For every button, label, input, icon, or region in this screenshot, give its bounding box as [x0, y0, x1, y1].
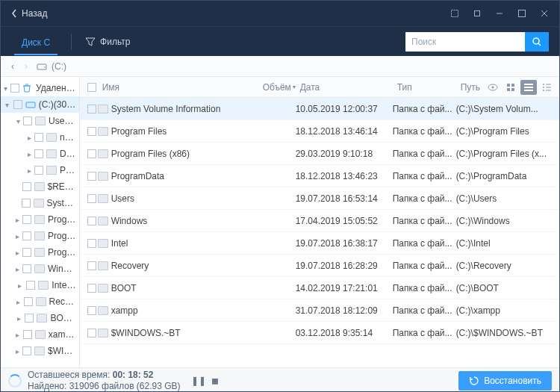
window-settings-button[interactable]: [444, 4, 465, 22]
table-row[interactable]: Intel19.07.2018 16:38:17Папка с фай...(C…: [80, 232, 559, 255]
list-body[interactable]: System Volume Information10.05.2019 12:0…: [80, 98, 559, 367]
tree-checkbox[interactable]: [22, 215, 31, 224]
expand-toggle[interactable]: ▸: [16, 298, 21, 306]
tree-checkbox[interactable]: [22, 231, 31, 240]
column-name[interactable]: Имя: [98, 82, 258, 93]
column-path[interactable]: Путь: [456, 82, 485, 93]
expand-toggle[interactable]: ▾: [16, 117, 20, 125]
tree-item[interactable]: ▸BOOT(1): [1, 310, 79, 326]
view-list-button[interactable]: [520, 80, 537, 95]
tree-item[interactable]: $RECYCLE.BIN(7): [1, 178, 79, 195]
row-checkbox[interactable]: [87, 172, 96, 181]
tree-item[interactable]: ▸Program Files(67780): [1, 211, 79, 228]
row-checkbox[interactable]: [87, 239, 96, 248]
expand-toggle[interactable]: ▸: [16, 347, 19, 355]
tree-checkbox[interactable]: [23, 330, 32, 339]
tab-disk-c[interactable]: Диск C: [14, 30, 57, 54]
row-checkbox[interactable]: [87, 105, 96, 113]
row-checkbox[interactable]: [87, 149, 96, 158]
filter-button[interactable]: Фильтр: [85, 37, 130, 47]
tree-checkbox[interactable]: [22, 264, 31, 273]
view-grid-button[interactable]: [503, 80, 519, 95]
tree-item[interactable]: ▸ProgramData(6803): [1, 244, 79, 261]
tree-item[interactable]: ▸$WINDOWS.~BT(545): [1, 343, 79, 359]
expand-toggle[interactable]: ▸: [16, 281, 23, 290]
search-input[interactable]: [405, 32, 525, 52]
expand-toggle[interactable]: ▸: [28, 150, 31, 158]
search-button[interactable]: [525, 32, 549, 52]
folder-icon: [35, 116, 46, 125]
table-row[interactable]: ProgramData18.12.2018 13:46:23Папка с фа…: [80, 165, 559, 187]
tree-checkbox[interactable]: [25, 314, 34, 323]
window-maximize-button[interactable]: [511, 4, 532, 22]
tree-item[interactable]: System Volume Inform...: [1, 195, 79, 211]
expand-toggle[interactable]: ▸: [16, 249, 19, 257]
folder-tree[interactable]: ▾Удаленные файлы(114...▾(C:)(307653)▾Use…: [1, 77, 80, 367]
tree-checkbox[interactable]: [23, 116, 32, 125]
breadcrumb-forward-button[interactable]: ›: [20, 60, 32, 72]
table-row[interactable]: Recovery19.07.2018 16:28:29Папка с фай..…: [80, 255, 559, 277]
expand-toggle[interactable]: ▾: [4, 84, 7, 93]
column-type[interactable]: Тип: [393, 82, 456, 93]
table-row[interactable]: System Volume Information10.05.2019 12:0…: [80, 98, 559, 120]
tree-checkbox[interactable]: [34, 133, 43, 142]
row-checkbox[interactable]: [87, 194, 96, 203]
row-checkbox[interactable]: [87, 284, 96, 293]
tree-checkbox[interactable]: [10, 84, 19, 93]
preview-toggle-button[interactable]: [485, 80, 501, 95]
expand-toggle[interactable]: ▸: [16, 331, 20, 339]
tree-item[interactable]: ▾Удаленные файлы(114...: [1, 80, 79, 96]
row-checkbox[interactable]: [87, 306, 96, 315]
table-row[interactable]: BOOT14.02.2019 17:21:01Папка с фай...(C:…: [80, 277, 559, 299]
tree-item[interactable]: ▸Windows(77087): [1, 261, 79, 277]
expand-toggle[interactable]: ▸: [16, 265, 19, 273]
expand-toggle[interactable]: ▸: [16, 314, 22, 323]
view-details-button[interactable]: [538, 80, 555, 95]
table-row[interactable]: Program Files18.12.2018 13:46:14Папка с …: [80, 120, 559, 143]
tree-checkbox[interactable]: [26, 281, 35, 290]
tree-item[interactable]: ▸Public(95): [1, 162, 79, 178]
stop-button[interactable]: ◼: [209, 376, 221, 386]
tree-item[interactable]: ▸Intel(3): [1, 277, 79, 293]
back-button[interactable]: Назад: [5, 5, 53, 22]
tree-checkbox[interactable]: [22, 346, 31, 355]
expand-toggle[interactable]: ▸: [16, 216, 19, 224]
tree-item[interactable]: ▸xampp(14097): [1, 326, 79, 343]
expand-toggle[interactable]: ▾: [4, 101, 10, 109]
table-row[interactable]: xampp31.07.2018 18:12:09Папка с фай...(C…: [80, 299, 559, 322]
tree-checkbox[interactable]: [34, 149, 43, 158]
table-row[interactable]: $WINDOWS.~BT03.12.2018 9:35:14Папка с фа…: [80, 322, 559, 344]
tree-item[interactable]: ▸name(97991): [1, 129, 79, 146]
row-checkbox[interactable]: [87, 127, 96, 136]
tree-item[interactable]: ▸Recovery(4): [1, 293, 79, 310]
expand-toggle[interactable]: ▸: [28, 134, 31, 142]
select-all-checkbox[interactable]: [87, 83, 96, 92]
tree-label: Users(98114): [49, 116, 76, 126]
window-close-button[interactable]: [534, 4, 555, 22]
table-row[interactable]: Users19.07.2018 16:53:14Папка с фай...(C…: [80, 187, 559, 210]
table-row[interactable]: Program Files (x86)29.03.2019 9:10:18Пап…: [80, 143, 559, 165]
breadcrumb-back-button[interactable]: ‹: [7, 60, 19, 72]
window-minimize-button[interactable]: [489, 4, 510, 22]
tree-checkbox[interactable]: [34, 166, 43, 175]
tree-checkbox[interactable]: [22, 248, 31, 257]
tree-item[interactable]: ▾(C:)(307653): [1, 96, 79, 113]
tree-item[interactable]: ▾Users(98114): [1, 113, 79, 129]
pause-button[interactable]: ❚❚: [191, 376, 203, 386]
row-checkbox[interactable]: [87, 329, 96, 337]
recover-button[interactable]: Восстановить: [458, 371, 552, 391]
row-checkbox[interactable]: [87, 217, 96, 225]
tree-checkbox[interactable]: [13, 100, 22, 109]
row-checkbox[interactable]: [87, 261, 96, 270]
tree-item[interactable]: ▸Default(27): [1, 146, 79, 162]
expand-toggle[interactable]: ▸: [28, 167, 31, 175]
tree-checkbox[interactable]: [22, 199, 31, 208]
tree-item[interactable]: ▸Program Files (x86)(42...): [1, 228, 79, 244]
tree-checkbox[interactable]: [24, 297, 33, 306]
expand-toggle[interactable]: ▸: [16, 232, 19, 240]
column-date[interactable]: Дата: [296, 82, 393, 93]
column-volume[interactable]: Объём▾: [258, 82, 296, 93]
table-row[interactable]: Windows17.04.2019 15:05:52Папка с фай...…: [80, 210, 559, 232]
window-restore-button[interactable]: [467, 4, 488, 22]
tree-checkbox[interactable]: [22, 182, 31, 191]
